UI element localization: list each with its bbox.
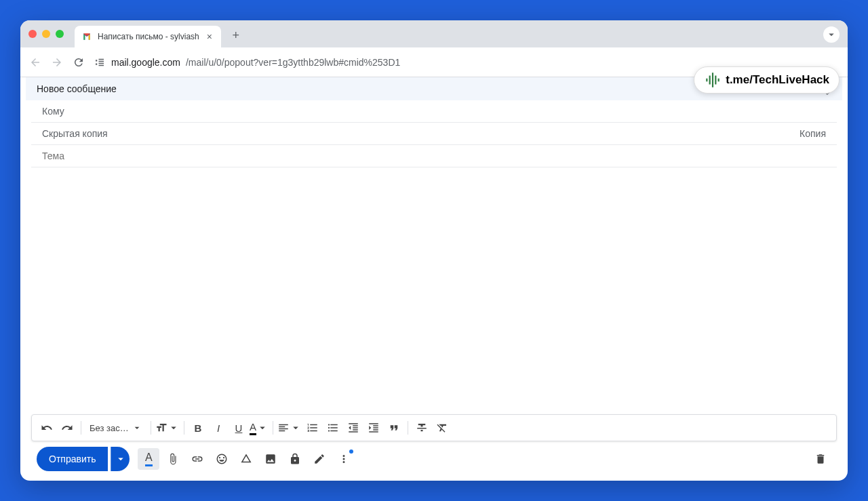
watermark-icon (704, 71, 722, 89)
watermark-badge: t.me/TechLiveHack (694, 66, 840, 94)
close-tab-button[interactable]: × (205, 32, 214, 41)
url-domain: mail.google.com (111, 57, 180, 68)
italic-button[interactable]: I (209, 418, 228, 437)
cc-link[interactable]: Копия (800, 128, 826, 139)
maximize-window-button[interactable] (56, 30, 64, 38)
signature-button[interactable] (309, 448, 330, 470)
discard-button[interactable] (810, 448, 831, 470)
attach-button[interactable] (162, 448, 184, 470)
bullet-list-button[interactable] (323, 418, 342, 437)
formatting-toggle-button[interactable]: A (138, 448, 159, 470)
bcc-label: Скрытая копия (42, 128, 108, 139)
send-options-button[interactable] (111, 447, 130, 471)
undo-button[interactable] (37, 418, 56, 437)
reload-button[interactable] (72, 56, 85, 69)
to-label: Кому (42, 106, 64, 117)
send-button[interactable]: Отправить (37, 447, 108, 471)
close-window-button[interactable] (28, 30, 37, 38)
site-settings-icon (94, 56, 106, 68)
strikethrough-button[interactable] (412, 418, 431, 437)
browser-tab[interactable]: Написать письмо - sylviash × (75, 26, 221, 47)
gmail-icon (81, 31, 92, 42)
underline-button[interactable]: U (229, 418, 248, 437)
minimize-window-button[interactable] (42, 30, 50, 38)
align-button[interactable] (277, 418, 302, 437)
forward-button[interactable] (50, 56, 64, 69)
indent-less-button[interactable] (344, 418, 363, 437)
window-controls (28, 30, 64, 38)
bold-button[interactable]: B (189, 418, 208, 437)
font-family-select[interactable]: Без засе… (85, 418, 146, 437)
url-path: /mail/u/0/popout?ver=1g3ytthb29lwb#cmid%… (186, 57, 400, 68)
image-button[interactable] (260, 448, 281, 470)
more-options-button[interactable] (333, 448, 355, 470)
format-toolbar: Без засе… B I U A (31, 414, 837, 441)
link-button[interactable] (186, 448, 208, 470)
compose-actions: Отправить A (26, 447, 842, 474)
tab-overflow-button[interactable] (823, 26, 840, 43)
drive-button[interactable] (235, 448, 257, 470)
compose-body[interactable] (26, 167, 842, 414)
redo-button[interactable] (58, 418, 77, 437)
text-color-button[interactable]: A (250, 418, 269, 437)
subject-input[interactable] (42, 151, 826, 161)
clear-formatting-button[interactable] (433, 418, 452, 437)
quote-button[interactable] (384, 418, 403, 437)
numbered-list-button[interactable] (303, 418, 322, 437)
subject-field[interactable] (31, 145, 837, 167)
notification-dot (349, 449, 353, 454)
tab-bar: Написать письмо - sylviash × + (20, 20, 848, 47)
compose-title: Новое сообщение (37, 83, 117, 94)
font-size-button[interactable] (155, 418, 180, 437)
compose-window: Новое сообщение ⇲ Кому Скрытая копия Коп… (20, 77, 848, 481)
browser-window: Написать письмо - sylviash × + mail.goog… (20, 20, 848, 481)
tab-title: Написать письмо - sylviash (98, 32, 199, 41)
back-button[interactable] (28, 56, 42, 69)
new-tab-button[interactable]: + (226, 26, 245, 45)
to-field[interactable]: Кому (31, 100, 837, 123)
indent-more-button[interactable] (364, 418, 383, 437)
confidential-button[interactable] (284, 448, 306, 470)
emoji-button[interactable] (211, 448, 233, 470)
bcc-field[interactable]: Скрытая копия Копия (31, 123, 837, 145)
